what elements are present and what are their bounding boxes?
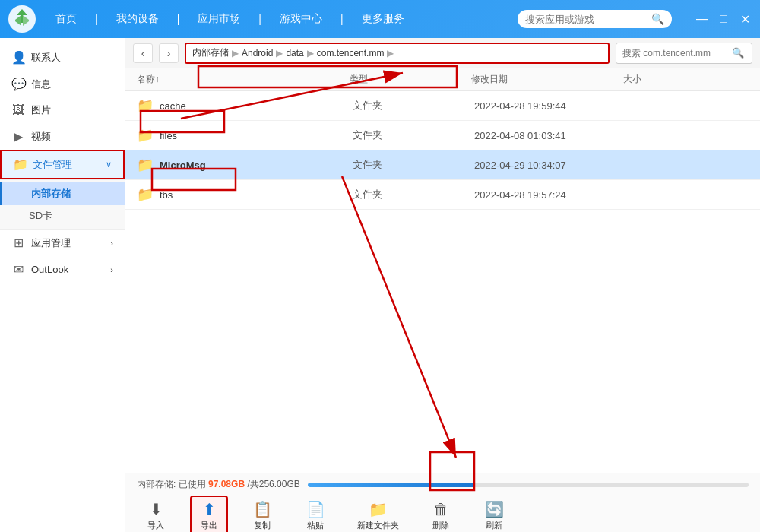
sidebar-item-photos[interactable]: 🖼 图片 (0, 97, 125, 123)
import-button[interactable]: ⬇ 导入 (137, 497, 175, 532)
nav-more-services[interactable]: 更多服务 (354, 9, 412, 29)
new-folder-button[interactable]: 📁 新建文件夹 (350, 497, 407, 532)
videos-icon: ▶ (11, 129, 25, 144)
storage-info: 内部存储: 已使用 97.08GB /共256.00GB (125, 473, 760, 492)
toolbar: ‹ › 内部存储 ▶ Android ▶ data ▶ com.tencent.… (125, 38, 760, 68)
table-row[interactable]: 📁 tbs 文件夹 2022-04-28 19:57:24 (125, 180, 760, 210)
breadcrumb-part-2[interactable]: data (286, 48, 303, 59)
nav-my-device[interactable]: 我的设备 (109, 9, 166, 29)
main-container: 👤 联系人 💬 信息 🖼 图片 ▶ 视频 📁 文件管理 ∨ (0, 38, 760, 532)
contacts-icon: 👤 (11, 50, 25, 65)
storage-progress-bar (308, 483, 749, 487)
storage-label: 内部存储: 已使用 97.08GB /共256.00GB (137, 478, 300, 491)
file-name: MicroMsg (160, 160, 353, 171)
header-type: 类型 (350, 73, 471, 86)
folder-icon: 📁 (137, 127, 154, 144)
paste-button[interactable]: 📄 粘贴 (296, 497, 334, 532)
folder-icon: 📁 (137, 97, 154, 114)
file-type: 文件夹 (353, 128, 474, 142)
table-row[interactable]: 📁 MicroMsg 文件夹 2022-04-29 10:34:07 (125, 150, 760, 180)
file-name: tbs (160, 189, 353, 201)
storage-progress-fill (308, 483, 475, 487)
content-area: ‹ › 内部存储 ▶ Android ▶ data ▶ com.tencent.… (125, 38, 760, 532)
breadcrumb-part-3[interactable]: com.tencent.mm (317, 48, 385, 59)
file-date: 2022-04-08 01:03:41 (474, 130, 626, 141)
delete-button[interactable]: 🗑 删除 (422, 498, 460, 533)
copy-icon: 📋 (253, 500, 272, 518)
file-type: 文件夹 (353, 99, 474, 112)
window-controls: — □ ✕ (695, 12, 752, 27)
titlebar: 首页 | 我的设备 | 应用市场 | 游戏中心 | 更多服务 🔍 — □ ✕ (0, 0, 760, 38)
photos-icon: 🖼 (11, 103, 25, 117)
breadcrumb-part-1[interactable]: Android (242, 48, 273, 59)
titlebar-search-input[interactable] (525, 14, 647, 25)
maximize-button[interactable]: □ (716, 12, 731, 27)
refresh-icon: 🔄 (485, 500, 504, 518)
file-date: 2022-04-28 19:57:24 (474, 189, 626, 201)
header-date: 修改日期 (471, 73, 623, 86)
nav-app-market[interactable]: 应用市场 (190, 9, 248, 29)
app-logo (8, 5, 36, 33)
table-row[interactable]: 📁 cache 文件夹 2022-04-28 19:59:44 (125, 91, 760, 121)
sidebar-item-app-management[interactable]: ⊞ 应用管理 › (0, 230, 125, 256)
sidebar-item-videos[interactable]: ▶ 视频 (0, 123, 125, 150)
titlebar-nav: 首页 | 我的设备 | 应用市场 | 游戏中心 | 更多服务 (48, 9, 412, 29)
minimize-button[interactable]: — (695, 12, 710, 27)
file-type: 文件夹 (353, 188, 474, 201)
nav-game-center[interactable]: 游戏中心 (272, 9, 330, 29)
copy-button[interactable]: 📋 复制 (243, 497, 281, 532)
breadcrumb-part-0[interactable]: 内部存储 (192, 46, 229, 59)
paste-icon: 📄 (306, 500, 325, 518)
sidebar-item-file-manager[interactable]: 📁 文件管理 ∨ (0, 150, 125, 179)
export-button[interactable]: ⬆ 导出 (190, 496, 228, 532)
file-search-box: 🔍 (616, 43, 752, 64)
sidebar-sub-internal-storage[interactable]: 内部存储 (0, 182, 125, 205)
header-size: 大小 (623, 73, 749, 86)
action-buttons: ⬇ 导入 ⬆ 导出 📋 复制 📄 粘贴 (125, 492, 760, 532)
new-folder-icon: 📁 (369, 500, 388, 518)
folder-icon: 📁 (137, 157, 154, 173)
messages-icon: 💬 (11, 77, 25, 91)
sidebar-sub-section: 内部存储 SD卡 (0, 179, 125, 230)
back-button[interactable]: ‹ (133, 43, 153, 63)
sidebar-sub-sd-card[interactable]: SD卡 (0, 205, 125, 226)
titlebar-search-box: 🔍 (518, 10, 672, 28)
table-row[interactable]: 📁 files 文件夹 2022-04-08 01:03:41 (125, 121, 760, 150)
forward-button[interactable]: › (159, 43, 179, 63)
sidebar-item-messages[interactable]: 💬 信息 (0, 71, 125, 97)
file-type: 文件夹 (353, 158, 474, 172)
folder-icon: 📁 (137, 186, 154, 203)
file-date: 2022-04-28 19:59:44 (474, 100, 626, 112)
file-list: 📁 cache 文件夹 2022-04-28 19:59:44 📁 files … (125, 91, 760, 473)
bottom-bar: 内部存储: 已使用 97.08GB /共256.00GB ⬇ 导入 ⬆ (125, 473, 760, 532)
header-name[interactable]: 名称↑ (137, 73, 350, 86)
export-icon: ⬆ (203, 500, 216, 518)
delete-icon: 🗑 (433, 501, 448, 518)
file-search-input[interactable] (622, 48, 729, 59)
sidebar: 👤 联系人 💬 信息 🖼 图片 ▶ 视频 📁 文件管理 ∨ (0, 38, 125, 532)
file-search-icon: 🔍 (732, 47, 744, 59)
close-button[interactable]: ✕ (737, 12, 752, 27)
app-management-icon: ⊞ (11, 236, 25, 250)
sidebar-item-contacts[interactable]: 👤 联系人 (0, 44, 125, 71)
refresh-button[interactable]: 🔄 刷新 (475, 497, 513, 532)
outlook-icon: ✉ (11, 262, 25, 277)
file-name: files (160, 130, 353, 141)
file-list-header: 名称↑ 类型 修改日期 大小 (125, 68, 760, 91)
nav-home[interactable]: 首页 (48, 9, 84, 29)
search-icon: 🔍 (651, 13, 664, 25)
file-date: 2022-04-29 10:34:07 (474, 160, 626, 171)
file-name: cache (160, 100, 353, 112)
sidebar-item-outlook[interactable]: ✉ OutLook › (0, 256, 125, 283)
import-icon: ⬇ (150, 500, 163, 518)
breadcrumb: 内部存储 ▶ Android ▶ data ▶ com.tencent.mm ▶ (185, 43, 610, 64)
file-manager-icon: 📁 (13, 157, 27, 172)
